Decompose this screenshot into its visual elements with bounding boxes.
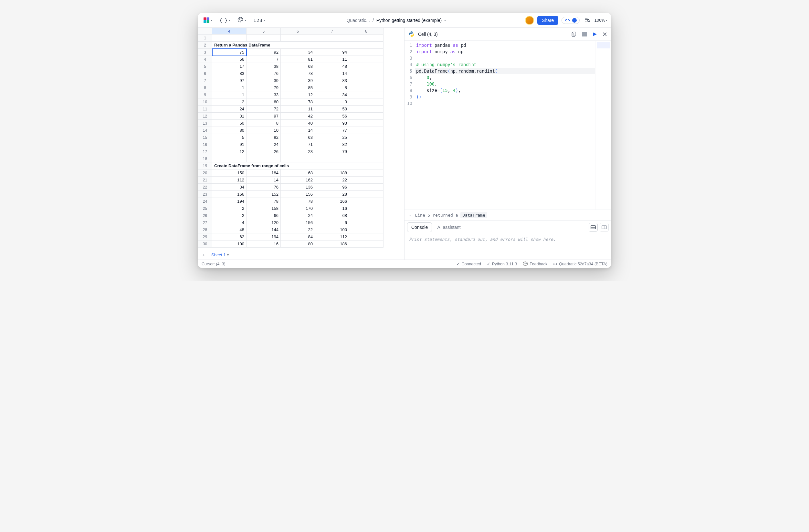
cell[interactable] <box>349 219 383 226</box>
cell[interactable]: 22 <box>315 177 349 184</box>
cell[interactable]: 96 <box>315 184 349 191</box>
zoom-button[interactable]: 100% ▾ <box>595 18 607 23</box>
cell[interactable]: 39 <box>281 77 315 84</box>
cell[interactable]: 194 <box>212 198 246 205</box>
spreadsheet-grid[interactable]: 4567812Return a Pandas DataFrame37592349… <box>198 28 404 250</box>
cell[interactable]: 77 <box>315 127 349 134</box>
row-header[interactable]: 20 <box>198 170 212 177</box>
cell[interactable]: 34 <box>281 49 315 56</box>
cell[interactable]: 12 <box>281 91 315 99</box>
cell[interactable]: 2 <box>212 212 246 219</box>
cell[interactable]: 3 <box>315 99 349 106</box>
row-header[interactable]: 13 <box>198 120 212 127</box>
cell[interactable]: 12 <box>212 148 246 155</box>
cell[interactable]: 66 <box>246 212 281 219</box>
cell[interactable]: 56 <box>315 113 349 120</box>
row-header[interactable]: 11 <box>198 106 212 113</box>
cell[interactable]: 14 <box>281 127 315 134</box>
code-type-button[interactable]: { } ▾ <box>218 16 232 24</box>
cell[interactable]: 28 <box>315 191 349 198</box>
row-header[interactable]: 3 <box>198 49 212 56</box>
cell[interactable]: 75 <box>212 49 246 56</box>
cell[interactable]: 48 <box>315 63 349 70</box>
tab-console[interactable]: Console <box>407 223 432 232</box>
cell[interactable]: 85 <box>281 84 315 91</box>
number-format-button[interactable]: 123 ▾ <box>251 16 267 24</box>
cell[interactable]: 26 <box>246 148 281 155</box>
cell[interactable] <box>349 198 383 205</box>
row-header[interactable]: 14 <box>198 127 212 134</box>
cell[interactable]: 24 <box>212 106 246 113</box>
cell[interactable] <box>349 99 383 106</box>
column-header[interactable]: 8 <box>349 28 383 35</box>
cell[interactable]: 100 <box>315 226 349 233</box>
row-header[interactable]: 6 <box>198 70 212 77</box>
cell[interactable] <box>349 148 383 155</box>
row-header[interactable]: 17 <box>198 148 212 155</box>
cell[interactable]: 136 <box>281 184 315 191</box>
cell[interactable]: 4 <box>212 219 246 226</box>
cell[interactable]: 8 <box>315 84 349 91</box>
run-button[interactable] <box>592 32 597 37</box>
cell[interactable]: 1 <box>212 91 246 99</box>
column-header[interactable]: 6 <box>281 28 315 35</box>
cell[interactable]: 33 <box>246 91 281 99</box>
column-header[interactable]: 5 <box>246 28 281 35</box>
cell[interactable]: 7 <box>246 56 281 63</box>
cell[interactable] <box>349 191 383 198</box>
status-feedback[interactable]: 💬Feedback <box>523 262 547 266</box>
row-header[interactable]: 9 <box>198 91 212 99</box>
cell[interactable] <box>349 120 383 127</box>
cell[interactable]: 80 <box>281 241 315 248</box>
cell[interactable]: 68 <box>281 170 315 177</box>
cell[interactable] <box>349 70 383 77</box>
row-header[interactable]: 15 <box>198 134 212 141</box>
cell[interactable]: 31 <box>212 113 246 120</box>
cell[interactable]: 38 <box>246 63 281 70</box>
cell[interactable]: 34 <box>212 184 246 191</box>
cell[interactable]: 78 <box>281 70 315 77</box>
row-header[interactable]: 27 <box>198 219 212 226</box>
cell[interactable]: 184 <box>246 170 281 177</box>
cell[interactable]: 112 <box>212 177 246 184</box>
cell[interactable] <box>349 84 383 91</box>
cell[interactable]: 8 <box>246 120 281 127</box>
row-header[interactable]: 24 <box>198 198 212 205</box>
cell[interactable]: 162 <box>281 177 315 184</box>
code-editor[interactable]: 12345678910 import pandas as pdimport nu… <box>404 41 611 210</box>
cell[interactable]: 83 <box>212 70 246 77</box>
row-header[interactable]: 29 <box>198 233 212 241</box>
cell[interactable]: 5 <box>212 134 246 141</box>
row-header[interactable]: 5 <box>198 63 212 70</box>
cell[interactable] <box>349 49 383 56</box>
cell[interactable]: 76 <box>246 70 281 77</box>
row-header[interactable]: 16 <box>198 141 212 148</box>
cell[interactable]: 16 <box>246 241 281 248</box>
layout-horizontal-button[interactable] <box>589 223 598 232</box>
cell[interactable]: 78 <box>281 198 315 205</box>
cell[interactable] <box>349 170 383 177</box>
breadcrumb-file[interactable]: Python getting started (example) <box>376 18 442 23</box>
cell[interactable]: 71 <box>281 141 315 148</box>
row-header[interactable]: 10 <box>198 99 212 106</box>
cell[interactable]: 194 <box>246 233 281 241</box>
cell[interactable]: Create DataFrame from range of cells <box>212 162 349 170</box>
cell[interactable]: 78 <box>281 99 315 106</box>
breadcrumb-parent[interactable]: Quadratic... <box>347 18 370 23</box>
cell[interactable]: 166 <box>212 191 246 198</box>
row-header[interactable]: 28 <box>198 226 212 233</box>
cell[interactable] <box>315 35 349 42</box>
close-button[interactable] <box>602 32 607 37</box>
row-header[interactable]: 19 <box>198 162 212 170</box>
cell[interactable] <box>281 155 315 162</box>
cell[interactable]: 186 <box>315 241 349 248</box>
cell[interactable]: 2 <box>212 205 246 212</box>
sheet-tab[interactable]: Sheet 1 ▾ <box>209 252 231 258</box>
cell[interactable] <box>349 91 383 99</box>
row-header[interactable]: 23 <box>198 191 212 198</box>
cell[interactable] <box>349 42 383 49</box>
cell[interactable]: 50 <box>315 106 349 113</box>
snippets-button[interactable] <box>571 31 577 37</box>
cell[interactable]: 62 <box>212 233 246 241</box>
cell[interactable]: 112 <box>315 233 349 241</box>
